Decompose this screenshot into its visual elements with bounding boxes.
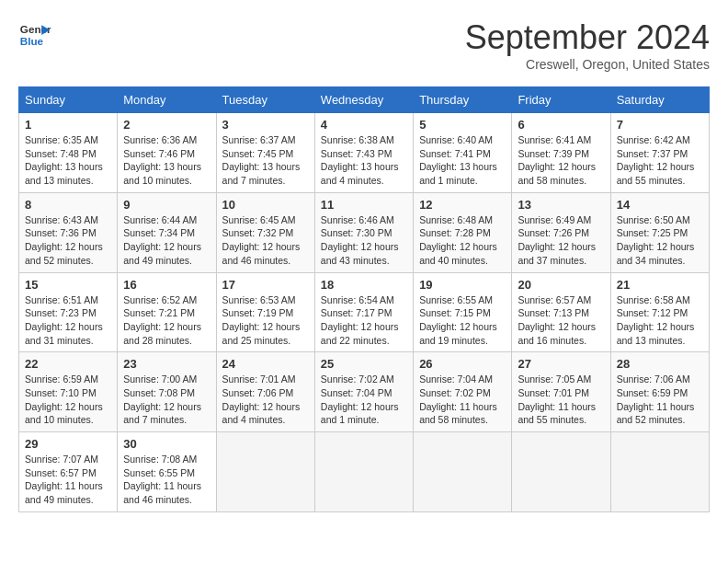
calendar-cell	[314, 432, 413, 512]
day-number: 27	[518, 357, 604, 371]
calendar-cell: 12Sunrise: 6:48 AM Sunset: 7:28 PM Dayli…	[414, 192, 512, 272]
day-number: 9	[123, 198, 210, 212]
day-info: Sunrise: 6:46 AM Sunset: 7:30 PM Dayligh…	[321, 213, 407, 268]
calendar-cell: 28Sunrise: 7:06 AM Sunset: 6:59 PM Dayli…	[610, 352, 709, 432]
day-number: 25	[321, 357, 407, 371]
logo: General Blue	[18, 18, 51, 52]
day-info: Sunrise: 6:36 AM Sunset: 7:46 PM Dayligh…	[123, 133, 210, 188]
calendar-cell: 5Sunrise: 6:40 AM Sunset: 7:41 PM Daylig…	[414, 113, 512, 193]
day-number: 6	[518, 118, 604, 132]
calendar-cell: 21Sunrise: 6:58 AM Sunset: 7:12 PM Dayli…	[610, 272, 709, 352]
day-number: 30	[123, 437, 210, 451]
calendar-cell: 14Sunrise: 6:50 AM Sunset: 7:25 PM Dayli…	[610, 192, 709, 272]
calendar-week-3: 15Sunrise: 6:51 AM Sunset: 7:23 PM Dayli…	[19, 272, 710, 352]
day-number: 11	[321, 198, 407, 212]
day-info: Sunrise: 6:48 AM Sunset: 7:28 PM Dayligh…	[419, 213, 506, 268]
day-info: Sunrise: 7:01 AM Sunset: 7:06 PM Dayligh…	[222, 373, 309, 427]
calendar-week-2: 8Sunrise: 6:43 AM Sunset: 7:36 PM Daylig…	[19, 192, 710, 272]
day-info: Sunrise: 6:58 AM Sunset: 7:12 PM Dayligh…	[617, 293, 703, 348]
day-number: 17	[222, 278, 309, 292]
calendar-cell: 13Sunrise: 6:49 AM Sunset: 7:26 PM Dayli…	[512, 192, 610, 272]
day-number: 14	[617, 198, 703, 212]
col-header-friday: Friday	[512, 87, 610, 113]
col-header-sunday: Sunday	[19, 87, 118, 113]
calendar-cell: 27Sunrise: 7:05 AM Sunset: 7:01 PM Dayli…	[512, 352, 610, 432]
location-subtitle: Creswell, Oregon, United States	[465, 57, 710, 72]
day-info: Sunrise: 6:44 AM Sunset: 7:34 PM Dayligh…	[123, 213, 210, 268]
day-info: Sunrise: 6:37 AM Sunset: 7:45 PM Dayligh…	[222, 133, 309, 188]
day-info: Sunrise: 7:07 AM Sunset: 6:57 PM Dayligh…	[25, 453, 111, 507]
day-number: 28	[617, 357, 703, 371]
day-number: 3	[222, 118, 309, 132]
day-number: 2	[123, 118, 210, 132]
day-number: 20	[518, 278, 604, 292]
col-header-monday: Monday	[118, 87, 216, 113]
day-info: Sunrise: 6:51 AM Sunset: 7:23 PM Dayligh…	[25, 293, 111, 348]
month-title: September 2024	[465, 18, 710, 57]
day-info: Sunrise: 6:57 AM Sunset: 7:13 PM Dayligh…	[518, 293, 604, 348]
day-info: Sunrise: 6:49 AM Sunset: 7:26 PM Dayligh…	[518, 213, 604, 268]
calendar-cell: 20Sunrise: 6:57 AM Sunset: 7:13 PM Dayli…	[512, 272, 610, 352]
day-info: Sunrise: 7:00 AM Sunset: 7:08 PM Dayligh…	[123, 373, 210, 427]
day-number: 7	[617, 118, 703, 132]
day-info: Sunrise: 7:08 AM Sunset: 6:55 PM Dayligh…	[123, 453, 210, 507]
calendar-cell: 2Sunrise: 6:36 AM Sunset: 7:46 PM Daylig…	[118, 113, 216, 193]
calendar-cell: 15Sunrise: 6:51 AM Sunset: 7:23 PM Dayli…	[19, 272, 118, 352]
day-number: 26	[419, 357, 506, 371]
day-number: 13	[518, 198, 604, 212]
calendar-cell: 6Sunrise: 6:41 AM Sunset: 7:39 PM Daylig…	[512, 113, 610, 193]
day-number: 22	[25, 357, 111, 371]
page-header: General Blue September 2024 Creswell, Or…	[18, 18, 710, 72]
day-number: 4	[321, 118, 407, 132]
calendar-cell: 1Sunrise: 6:35 AM Sunset: 7:48 PM Daylig…	[19, 113, 118, 193]
day-number: 10	[222, 198, 309, 212]
day-number: 8	[25, 198, 111, 212]
day-number: 19	[419, 278, 506, 292]
col-header-wednesday: Wednesday	[314, 87, 413, 113]
calendar-cell: 4Sunrise: 6:38 AM Sunset: 7:43 PM Daylig…	[314, 113, 413, 193]
day-info: Sunrise: 7:06 AM Sunset: 6:59 PM Dayligh…	[617, 373, 703, 427]
calendar-cell: 10Sunrise: 6:45 AM Sunset: 7:32 PM Dayli…	[216, 192, 314, 272]
day-number: 15	[25, 278, 111, 292]
day-info: Sunrise: 7:02 AM Sunset: 7:04 PM Dayligh…	[321, 373, 407, 427]
day-info: Sunrise: 6:52 AM Sunset: 7:21 PM Dayligh…	[123, 293, 210, 348]
day-info: Sunrise: 6:35 AM Sunset: 7:48 PM Dayligh…	[25, 133, 111, 188]
day-number: 16	[123, 278, 210, 292]
day-info: Sunrise: 6:45 AM Sunset: 7:32 PM Dayligh…	[222, 213, 309, 268]
day-info: Sunrise: 7:05 AM Sunset: 7:01 PM Dayligh…	[518, 373, 604, 427]
calendar-cell: 11Sunrise: 6:46 AM Sunset: 7:30 PM Dayli…	[314, 192, 413, 272]
col-header-saturday: Saturday	[610, 87, 709, 113]
day-info: Sunrise: 6:53 AM Sunset: 7:19 PM Dayligh…	[222, 293, 309, 348]
calendar-cell: 16Sunrise: 6:52 AM Sunset: 7:21 PM Dayli…	[118, 272, 216, 352]
calendar-table: SundayMondayTuesdayWednesdayThursdayFrid…	[18, 86, 710, 512]
day-number: 12	[419, 198, 506, 212]
calendar-cell	[216, 432, 314, 512]
day-info: Sunrise: 6:42 AM Sunset: 7:37 PM Dayligh…	[617, 133, 703, 188]
calendar-cell	[414, 432, 512, 512]
calendar-week-5: 29Sunrise: 7:07 AM Sunset: 6:57 PM Dayli…	[19, 432, 710, 512]
calendar-cell: 8Sunrise: 6:43 AM Sunset: 7:36 PM Daylig…	[19, 192, 118, 272]
calendar-cell: 25Sunrise: 7:02 AM Sunset: 7:04 PM Dayli…	[314, 352, 413, 432]
day-number: 5	[419, 118, 506, 132]
col-header-tuesday: Tuesday	[216, 87, 314, 113]
calendar-cell: 9Sunrise: 6:44 AM Sunset: 7:34 PM Daylig…	[118, 192, 216, 272]
title-block: September 2024 Creswell, Oregon, United …	[465, 18, 710, 72]
day-number: 29	[25, 437, 111, 451]
day-info: Sunrise: 6:54 AM Sunset: 7:17 PM Dayligh…	[321, 293, 407, 348]
calendar-week-1: 1Sunrise: 6:35 AM Sunset: 7:48 PM Daylig…	[19, 113, 710, 193]
day-number: 1	[25, 118, 111, 132]
calendar-cell	[610, 432, 709, 512]
day-info: Sunrise: 6:50 AM Sunset: 7:25 PM Dayligh…	[617, 213, 703, 268]
calendar-cell: 3Sunrise: 6:37 AM Sunset: 7:45 PM Daylig…	[216, 113, 314, 193]
svg-text:Blue: Blue	[20, 35, 44, 47]
day-number: 21	[617, 278, 703, 292]
day-number: 18	[321, 278, 407, 292]
calendar-cell: 24Sunrise: 7:01 AM Sunset: 7:06 PM Dayli…	[216, 352, 314, 432]
calendar-cell: 23Sunrise: 7:00 AM Sunset: 7:08 PM Dayli…	[118, 352, 216, 432]
day-info: Sunrise: 6:43 AM Sunset: 7:36 PM Dayligh…	[25, 213, 111, 268]
calendar-cell: 19Sunrise: 6:55 AM Sunset: 7:15 PM Dayli…	[414, 272, 512, 352]
day-number: 23	[123, 357, 210, 371]
calendar-cell	[512, 432, 610, 512]
calendar-cell: 22Sunrise: 6:59 AM Sunset: 7:10 PM Dayli…	[19, 352, 118, 432]
day-info: Sunrise: 6:55 AM Sunset: 7:15 PM Dayligh…	[419, 293, 506, 348]
